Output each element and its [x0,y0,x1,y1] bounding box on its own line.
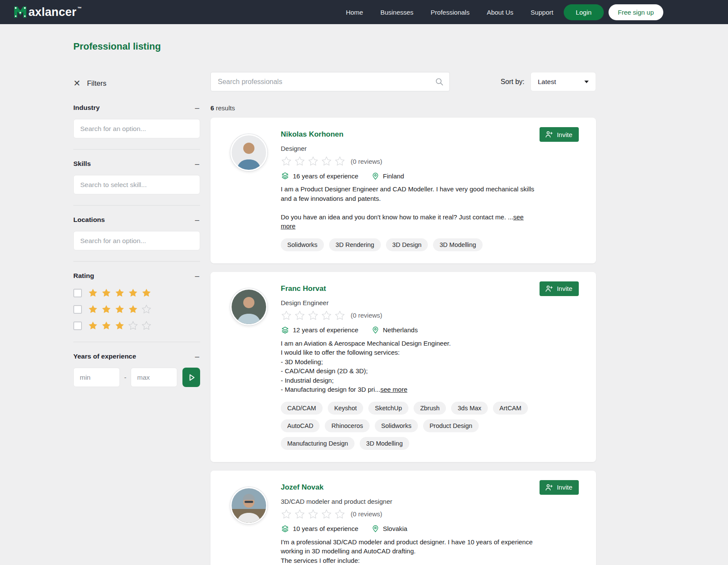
filter-section-experience: Years of experience – - [73,353,200,387]
layers-icon [281,172,289,180]
invite-button[interactable]: Invite [540,127,579,142]
brand-wordmark: axlancer [28,5,76,19]
filters-header[interactable]: ✕ Filters [73,79,200,87]
star-icon [334,156,345,167]
see-more-link[interactable]: see more [380,386,408,393]
nav-item-home[interactable]: Home [346,9,363,16]
professional-name-link[interactable]: Jozef Novak [281,480,323,492]
experience-max-input[interactable] [131,368,177,387]
divider [73,261,200,262]
rating-option-4-stars[interactable] [73,304,200,315]
collapse-rating-icon[interactable]: – [194,272,200,280]
industry-search-input[interactable] [73,119,200,138]
skill-tag: Solidworks [375,419,418,432]
avatar [230,288,267,325]
nav-item-businesses[interactable]: Businesses [380,9,414,16]
professional-bio: I'm a professional 3D/CAD modeler and pr… [281,537,535,565]
brand-logo[interactable]: axlancer ™ [13,5,82,19]
skill-tag: 3D Design [386,238,428,251]
skill-tag: Keyshot [328,402,363,415]
filter-section-industry: Industry – [73,104,200,138]
nav-item-about-us[interactable]: About Us [487,9,514,16]
rating-3-checkbox[interactable] [73,322,82,330]
professional-title: Designer [281,145,579,152]
skill-tags: Solidworks 3D Rendering 3D Design 3D Mod… [281,238,540,251]
results-count-line: 6 results [210,104,596,112]
skill-tags: CAD/CAM Keyshot SketchUp Zbrush 3ds Max … [281,402,540,450]
toolbar: Sort by: Latest [210,72,596,91]
skill-tag: CAD/CAM [281,402,323,415]
review-count: (0 reviews) [351,510,382,518]
nav-item-support[interactable]: Support [530,9,553,16]
locations-label: Locations [73,216,105,224]
avatar [230,134,267,171]
close-filters-icon[interactable]: ✕ [73,79,81,87]
skill-tag: 3D Modelling [360,437,409,450]
brand-trademark: ™ [77,6,82,11]
search-icon [435,77,444,86]
invite-button[interactable]: Invite [540,480,579,495]
professional-card: Nikolas Korhonen Invite Designer [210,118,596,263]
rating-option-3-stars[interactable] [73,320,200,331]
locations-search-input[interactable] [73,231,200,250]
invite-button[interactable]: Invite [540,281,579,296]
rating-5-checkbox[interactable] [73,289,82,297]
rating-label: Rating [73,272,94,280]
collapse-skills-icon[interactable]: – [194,160,200,168]
play-icon [186,372,197,383]
experience-meta: 10 years of experience [281,524,358,533]
skill-tag: 3ds Max [451,402,488,415]
star-icon [294,310,305,321]
nav-item-professionals[interactable]: Professionals [431,9,470,16]
divider [73,205,200,206]
three-star-icons [88,320,152,331]
login-button[interactable]: Login [564,4,604,20]
skill-tag: Solidworks [281,238,324,251]
rating-4-checkbox[interactable] [73,305,82,314]
collapse-locations-icon[interactable]: – [194,216,200,224]
skill-tag: 3D Modelling [433,238,483,251]
skill-tag: AutoCAD [281,419,320,432]
collapse-experience-icon[interactable]: – [194,353,200,360]
apply-experience-button[interactable] [182,368,200,387]
skills-search-input[interactable] [73,175,200,194]
five-star-icons [88,287,152,298]
review-rating: (0 reviews) [281,156,579,167]
review-rating: (0 reviews) [281,509,579,520]
location-meta: Netherlands [371,326,418,334]
experience-min-input[interactable] [73,368,120,387]
professional-bio: I am a Product Designer Engineer and CAD… [281,184,535,231]
location-meta: Slovakia [371,524,408,533]
star-icon [294,156,305,167]
star-icon [334,310,345,321]
sort-by-label: Sort by: [501,78,530,86]
skills-label: Skills [73,160,91,168]
filter-section-locations: Locations – [73,216,200,250]
collapse-industry-icon[interactable]: – [194,104,200,112]
brand-m-icon [13,5,28,19]
filters-sidebar: ✕ Filters Industry – Skills – [73,52,200,387]
filters-title: Filters [87,79,107,87]
filter-section-skills: Skills – [73,160,200,194]
skill-tag: SketchUp [368,402,408,415]
review-rating: (0 reviews) [281,310,579,321]
free-signup-button[interactable]: Free sign up [609,4,663,20]
professional-name-link[interactable]: Nikolas Korhonen [281,127,343,139]
page-title: Professional listing [73,41,596,52]
layers-icon [281,326,289,334]
review-count: (0 reviews) [351,312,382,319]
rating-option-5-stars[interactable] [73,287,200,298]
skill-tag: Rhinoceros [325,419,369,432]
professional-name-link[interactable]: Franc Horvat [281,281,326,293]
experience-range-separator: - [124,374,126,381]
experience-meta: 16 years of experience [281,172,358,180]
star-icon [321,509,332,520]
location-pin-icon [371,326,380,334]
divider [73,149,200,150]
search-professionals-input[interactable] [210,72,450,91]
professional-card: Jozef Novak Invite 3D/CAD modeler and pr… [210,471,596,565]
person-plus-icon [545,483,553,492]
star-icon [308,156,319,167]
filter-section-rating: Rating – [73,272,200,331]
sort-select[interactable]: Latest [530,72,596,91]
